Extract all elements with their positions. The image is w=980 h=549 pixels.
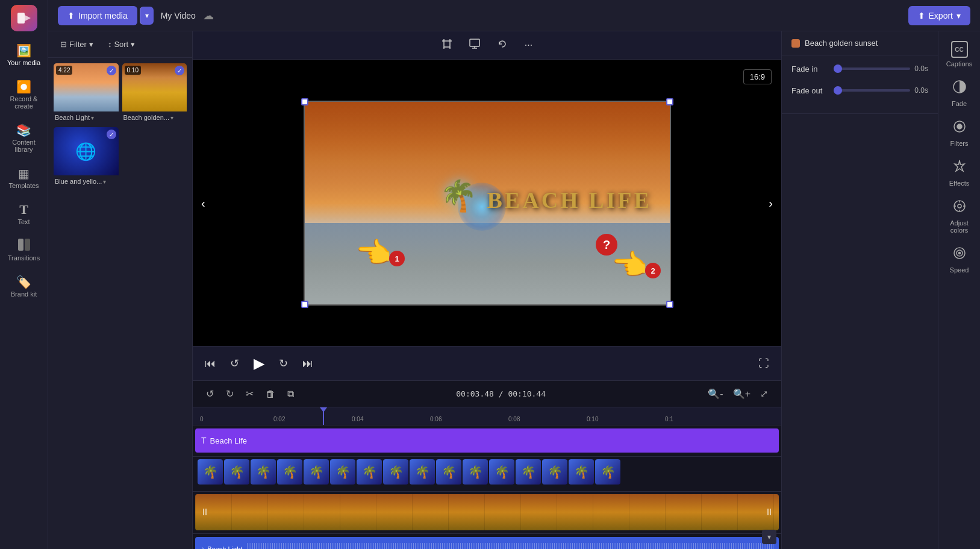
play-button[interactable]: ▶: [251, 353, 267, 374]
color-swatch: [791, 39, 800, 48]
cut-button[interactable]: ✂: [242, 386, 257, 402]
timeline-collapse-button[interactable]: ▾: [762, 530, 776, 544]
video-title[interactable]: My Video: [161, 11, 196, 20]
sticker-item[interactable]: 🌴: [357, 459, 382, 485]
timeline-toolbar: ↺ ↻ ✂ 🗑 ⧉ 00:03.48 / 00:10.44 🔍- 🔍+ ⤢: [193, 381, 781, 407]
icon-bar-item-effects[interactable]: Effects: [940, 154, 979, 192]
props-title: Beach golden sunset: [805, 39, 878, 48]
skip-start-button[interactable]: ⏮: [202, 355, 218, 372]
sticker-item[interactable]: 🌴: [304, 459, 329, 485]
undo-button[interactable]: ↺: [202, 386, 217, 402]
icon-bar-item-captions[interactable]: CC Captions: [940, 36, 979, 72]
sticker-item[interactable]: 🌴: [383, 459, 408, 485]
sticker-item[interactable]: 🌴: [330, 459, 355, 485]
redo-button[interactable]: ↻: [222, 386, 237, 402]
import-dropdown-button[interactable]: ▾: [140, 7, 154, 25]
record-create-icon: ⏺️: [16, 78, 33, 95]
ruler-mark-002: 0:02: [273, 416, 285, 422]
playhead[interactable]: [323, 407, 324, 425]
undo-preview-button[interactable]: [492, 36, 513, 54]
beach-light-check: ✓: [107, 66, 116, 75]
beach-light-duration: 4:22: [56, 66, 72, 75]
table-row: ⏸ ⏸: [193, 492, 781, 534]
sidebar-item-templates[interactable]: ▦ Templates: [2, 160, 46, 194]
sticker-item[interactable]: 🌴: [251, 459, 276, 485]
duplicate-button[interactable]: ⧉: [284, 386, 298, 402]
sticker-item[interactable]: 🌴: [436, 459, 461, 485]
zoom-out-button[interactable]: 🔍-: [704, 386, 726, 402]
preview-palm-icon: 🌴: [440, 178, 477, 213]
table-row: T Beach Life: [193, 425, 781, 457]
corner-handle-tl[interactable]: [301, 98, 308, 105]
sidebar-item-transitions[interactable]: Transitions: [2, 233, 46, 266]
title-track[interactable]: T Beach Life: [195, 428, 779, 453]
sticker-item[interactable]: 🌴: [224, 459, 249, 485]
sticker-item[interactable]: 🌴: [277, 459, 302, 485]
beach-golden-duration: 0:10: [125, 66, 141, 75]
forward-5s-button[interactable]: ↻: [276, 354, 290, 372]
fit-timeline-button[interactable]: ⤢: [757, 386, 772, 402]
export-button[interactable]: ⬆ Export ▾: [908, 6, 970, 25]
sticker-item[interactable]: 🌴: [569, 459, 594, 485]
corner-handle-tr[interactable]: [666, 98, 673, 105]
preview-nav-left-button[interactable]: ‹: [198, 191, 209, 215]
list-item[interactable]: 4:22 ✓ Beach Light ▾: [53, 63, 119, 124]
sort-button[interactable]: ↕ Sort ▾: [103, 37, 140, 51]
sticker-item[interactable]: 🌴: [542, 459, 567, 485]
icon-bar-item-speed[interactable]: Speed: [940, 241, 979, 278]
sidebar-item-content-library[interactable]: 📚 Content library: [2, 117, 46, 158]
sidebar-item-record-create[interactable]: ⏺️ Record & create: [2, 74, 46, 115]
sticker-item[interactable]: 🌴: [463, 459, 488, 485]
fullscreen-button[interactable]: ⛶: [756, 355, 772, 372]
icon-bar-item-filters[interactable]: Filters: [940, 115, 979, 152]
top-bar: ⬆ Import media ▾ My Video ☁ ⬆ Export ▾: [48, 0, 980, 31]
list-item[interactable]: 🌐 ✓ Blue and yello... ▾: [53, 127, 119, 188]
filter-button[interactable]: ⊟ Filter ▾: [55, 37, 98, 51]
icon-bar-item-adjust-colors[interactable]: Adjust colors: [940, 194, 979, 239]
video-track[interactable]: ⏸ ⏸: [195, 494, 779, 530]
video-track-pause-icon: ⏸: [200, 507, 210, 518]
icon-bar-item-fade[interactable]: Fade: [940, 75, 979, 112]
sidebar-item-your-media[interactable]: 🖼️ Your media: [2, 37, 46, 71]
blue-yellow-thumbnail: 🌐 ✓: [54, 127, 119, 175]
aspect-ratio-badge[interactable]: 16:9: [743, 69, 772, 84]
import-media-button[interactable]: ⬆ Import media: [58, 6, 137, 25]
more-options-button[interactable]: ···: [520, 37, 537, 53]
playback-controls: ⏮ ↺ ▶ ↻ ⏭ ⛶: [193, 346, 781, 380]
music-icon: ♫: [200, 545, 205, 549]
content-area: ⊟ Filter ▾ ↕ Sort ▾ 4:22 ✓: [48, 31, 980, 549]
rewind-5s-button[interactable]: ↺: [228, 354, 242, 372]
sidebar-item-brand-kit[interactable]: 🏷️ Brand kit: [2, 269, 46, 303]
ruler-mark-012: 0:1: [665, 416, 673, 422]
sticker-item[interactable]: 🌴: [516, 459, 541, 485]
zoom-in-button[interactable]: 🔍+: [729, 386, 754, 402]
ruler-mark-0: 0: [200, 416, 204, 422]
delete-button[interactable]: 🗑: [262, 386, 279, 402]
skip-end-button[interactable]: ⏭: [300, 355, 316, 372]
import-icon: ⬆: [67, 11, 75, 20]
svg-point-18: [958, 204, 961, 208]
svg-rect-2: [18, 239, 23, 251]
beach-light-label: Beach Light ▾: [54, 111, 119, 124]
effects-icon: [952, 159, 967, 177]
fade-in-value: 0.0s: [910, 64, 928, 73]
sidebar-item-text[interactable]: T Text: [2, 196, 46, 230]
corner-handle-br[interactable]: [666, 301, 673, 308]
audio-track[interactable]: ♫ Beach Light: [195, 537, 779, 549]
sticker-item[interactable]: 🌴: [595, 459, 620, 485]
timeline-section: ↺ ↻ ✂ 🗑 ⧉ 00:03.48 / 00:10.44 🔍- 🔍+ ⤢: [193, 380, 781, 549]
captions-icon: CC: [951, 41, 968, 58]
video-settings-button[interactable]: [464, 36, 485, 54]
sticker-item[interactable]: 🌴: [198, 459, 223, 485]
corner-handle-bl[interactable]: [301, 301, 308, 308]
preview-nav-right-button[interactable]: ›: [765, 191, 776, 215]
crop-tool-button[interactable]: [437, 36, 457, 54]
fade-in-slider[interactable]: [834, 67, 910, 70]
fade-out-slider[interactable]: [834, 89, 910, 92]
sticker-item[interactable]: 🌴: [410, 459, 435, 485]
list-item[interactable]: 0:10 ✓ Beach golden... ▾: [122, 63, 188, 124]
timeline-content: 0 0:02 0:04 0:06 0:08 0:10 0:1: [193, 407, 781, 549]
cloud-sync-icon: ☁: [203, 9, 214, 22]
timeline-timecode: 00:03.48 / 00:10.44: [302, 389, 699, 398]
sticker-item[interactable]: 🌴: [489, 459, 514, 485]
